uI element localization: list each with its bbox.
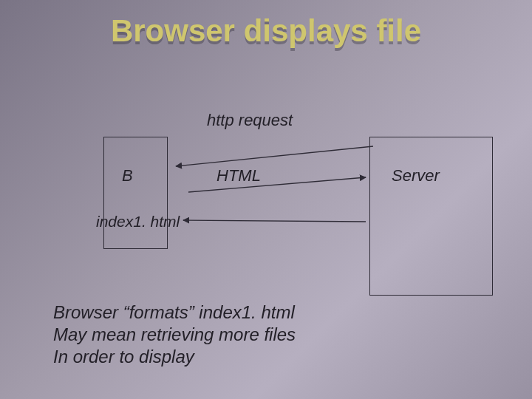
arrow-html-up bbox=[188, 177, 366, 192]
arrow-http-request bbox=[176, 146, 373, 166]
label-server: Server bbox=[392, 166, 440, 185]
label-html: HTML bbox=[216, 166, 261, 185]
label-http-request: http request bbox=[207, 111, 293, 130]
caption-line-1: Browser “formats” index1. html bbox=[53, 301, 296, 324]
browser-box bbox=[103, 137, 168, 249]
server-box bbox=[369, 137, 493, 296]
arrow-html-response bbox=[183, 220, 366, 222]
label-browser: B bbox=[122, 166, 133, 185]
caption-block: Browser “formats” index1. html May mean … bbox=[53, 301, 296, 368]
caption-line-2: May mean retrieving more files bbox=[53, 324, 296, 346]
slide-title: Browser displays file bbox=[0, 13, 532, 49]
caption-line-3: In order to display bbox=[53, 346, 296, 368]
label-index-file: index1. html bbox=[96, 213, 180, 231]
